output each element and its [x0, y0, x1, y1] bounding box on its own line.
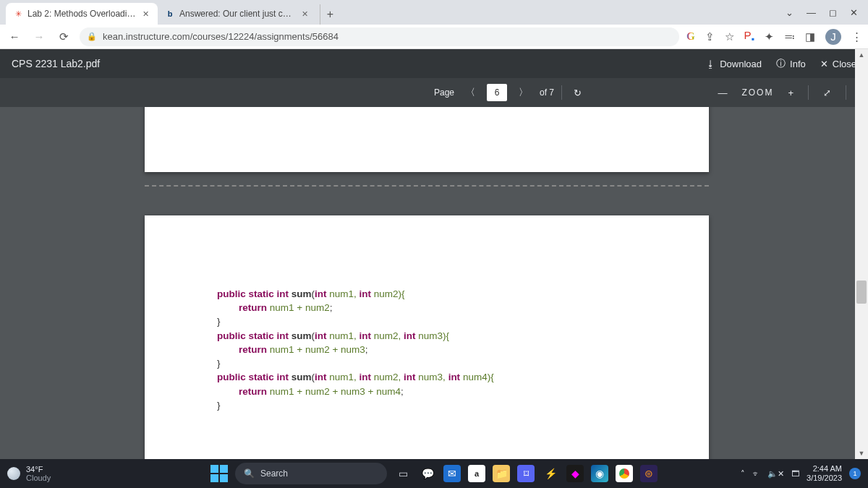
divider — [846, 85, 846, 100]
page-separator — [145, 185, 709, 187]
chat-icon[interactable]: 💬 — [419, 465, 436, 482]
taskbar-center: 🔍 Search ▭ 💬 ✉ a 📁 ⌑ ⚡ ◆ ◉ ⊜ — [210, 463, 658, 484]
profile-avatar[interactable]: J — [825, 29, 841, 45]
page-navigation: Page 〈 〉 of 7 ↻ — [434, 83, 586, 102]
close-icon[interactable]: ✕ — [299, 9, 310, 19]
divider — [561, 85, 562, 100]
page-total: of 7 — [540, 87, 554, 98]
scrollbar[interactable]: ▲ ▼ — [855, 49, 868, 459]
scroll-thumb[interactable] — [856, 281, 867, 304]
pdf-header: CPS 2231 Lab2.pdf ⭳ Download ⓘ Info ✕ Cl… — [0, 49, 868, 78]
page-number-input[interactable] — [487, 84, 507, 101]
close-window-icon[interactable]: ✕ — [850, 7, 858, 18]
url-text: kean.instructure.com/courses/12224/assig… — [103, 31, 339, 42]
edge-icon[interactable]: ◉ — [591, 465, 608, 482]
share-icon[interactable]: ⇪ — [705, 30, 715, 43]
minimize-icon[interactable]: — — [807, 7, 816, 18]
info-button[interactable]: ⓘ Info — [776, 57, 806, 70]
canvas-favicon: ✳ — [13, 9, 23, 19]
zoom-label: ZOOM — [741, 87, 773, 98]
clock-time: 2:44 AM — [807, 464, 842, 474]
download-button[interactable]: ⭳ Download — [706, 59, 762, 69]
fullscreen-button[interactable]: ⤢ — [819, 85, 835, 101]
weather-desc: Cloudy — [26, 474, 51, 482]
kebab-menu-icon[interactable]: ⋮ — [851, 30, 862, 43]
file-explorer-icon[interactable]: 📁 — [493, 465, 510, 482]
chrome-icon[interactable] — [616, 465, 633, 482]
tab-title: Lab 2: Methods Overloading — [27, 9, 136, 19]
new-tab-button[interactable]: + — [320, 4, 340, 25]
app-icon[interactable]: ◆ — [566, 465, 584, 482]
clock-date: 3/19/2023 — [807, 474, 842, 483]
scroll-down-arrow[interactable]: ▼ — [855, 448, 868, 459]
forward-button[interactable]: → — [30, 28, 48, 46]
scroll-up-arrow[interactable]: ▲ — [855, 49, 868, 61]
pdf-file-title: CPS 2231 Lab2.pdf — [12, 58, 100, 69]
tray-chevron-icon[interactable]: ˄ — [741, 469, 745, 479]
tab-title: Answered: Our client just contact — [179, 9, 295, 19]
cloud-icon — [7, 467, 20, 480]
wifi-icon[interactable]: ᯤ — [752, 469, 760, 478]
back-button[interactable]: ← — [6, 28, 23, 46]
side-panel-icon[interactable]: ◨ — [805, 30, 815, 43]
eclipse-icon[interactable]: ⊜ — [640, 465, 658, 482]
pdf-viewport[interactable]: public static int sum(int num1, int num2… — [0, 107, 855, 459]
weather-widget[interactable]: 34°F Cloudy — [7, 465, 51, 482]
reload-button[interactable]: ⟳ — [55, 28, 72, 46]
page-label: Page — [434, 87, 454, 98]
divider — [808, 85, 809, 100]
toolbar-actions: G ⇪ ☆ P▪ ✦ ≕ ◨ J ⋮ — [686, 29, 862, 45]
search-placeholder: Search — [260, 468, 288, 479]
prev-page-button[interactable]: 〈 — [461, 83, 480, 102]
lock-icon: 🔒 — [87, 32, 97, 41]
weather-temp: 34°F — [26, 465, 51, 474]
star-icon[interactable]: ☆ — [725, 30, 734, 43]
battery-icon[interactable]: 🗔 — [791, 469, 799, 478]
system-tray: ˄ ᯤ 🔈✕ 🗔 2:44 AM 3/19/2023 1 — [741, 464, 861, 482]
next-page-button[interactable]: 〉 — [514, 83, 532, 102]
pdf-page-prev — [145, 107, 709, 172]
start-button[interactable] — [210, 465, 228, 482]
close-pdf-button[interactable]: ✕ Close — [820, 59, 856, 69]
taskbar-search[interactable]: 🔍 Search — [235, 463, 387, 484]
task-view-icon[interactable]: ▭ — [394, 465, 412, 482]
close-icon: ✕ — [820, 59, 828, 69]
amazon-icon[interactable]: a — [468, 465, 485, 482]
bartleby-favicon: b — [165, 9, 175, 19]
google-icon[interactable]: G — [686, 30, 695, 43]
address-bar[interactable]: 🔒 kean.instructure.com/courses/12224/ass… — [80, 27, 679, 46]
windows-taskbar: 34°F Cloudy 🔍 Search ▭ 💬 ✉ a 📁 ⌑ ⚡ ◆ ◉ ⊜… — [0, 459, 868, 488]
info-icon: ⓘ — [776, 57, 786, 70]
maximize-icon[interactable]: ◻ — [829, 7, 837, 18]
browser-tabstrip: ✳ Lab 2: Methods Overloading ✕ b Answere… — [0, 0, 868, 25]
zoom-in-button[interactable]: + — [783, 85, 798, 101]
tab-bartleby[interactable]: b Answered: Our client just contact ✕ — [158, 3, 317, 25]
tab-lab2[interactable]: ✳ Lab 2: Methods Overloading ✕ — [6, 3, 158, 25]
zoom-out-button[interactable]: — — [713, 85, 731, 101]
search-icon: 🔍 — [244, 468, 255, 479]
window-controls: ⌄ — ◻ ✕ — [786, 0, 868, 25]
pdf-toolbar: Page 〈 〉 of 7 ↻ — ZOOM + ⤢ — [0, 78, 868, 107]
chevron-down-icon[interactable]: ⌄ — [786, 7, 793, 18]
discord-icon[interactable]: ⌑ — [517, 465, 535, 482]
download-icon: ⭳ — [706, 59, 715, 69]
rotate-button[interactable]: ↻ — [569, 85, 586, 101]
close-icon[interactable]: ✕ — [140, 9, 150, 19]
reading-list-icon[interactable]: ≕ — [784, 30, 795, 43]
clock[interactable]: 2:44 AM 3/19/2023 — [807, 464, 842, 482]
bolt-icon[interactable]: ⚡ — [542, 465, 559, 482]
notification-badge[interactable]: 1 — [849, 468, 861, 479]
pdf-page-current: public static int sum(int num1, int num2… — [145, 215, 709, 459]
code-block: public static int sum(int num1, int num2… — [217, 288, 637, 413]
browser-toolbar: ← → ⟳ 🔒 kean.instructure.com/courses/122… — [0, 25, 868, 49]
volume-icon[interactable]: 🔈✕ — [767, 469, 784, 479]
mail-icon[interactable]: ✉ — [443, 465, 461, 482]
ext-pin-icon[interactable]: P▪ — [744, 29, 754, 44]
extensions-icon[interactable]: ✦ — [765, 30, 774, 43]
